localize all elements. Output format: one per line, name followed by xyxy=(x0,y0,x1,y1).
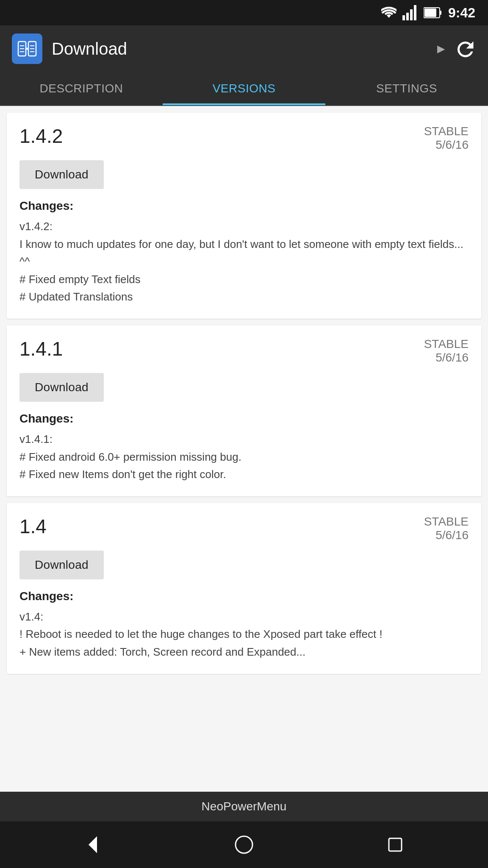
tabs-bar: Description Versions Settings xyxy=(0,72,488,106)
status-icons: 9:42 xyxy=(381,5,475,21)
version-date-141: 5/6/16 xyxy=(424,351,469,364)
download-button-141[interactable]: Download xyxy=(19,373,104,402)
svg-rect-6 xyxy=(440,11,441,15)
version-header-141: 1.4.1 STABLE 5/6/16 xyxy=(19,337,469,364)
svg-point-16 xyxy=(236,836,252,853)
version-card-14: 1.4 STABLE 5/6/16 Download Changes: v1.4… xyxy=(7,503,481,674)
battery-icon xyxy=(424,7,442,19)
app-icon xyxy=(12,33,42,64)
version-date-142: 5/6/16 xyxy=(424,138,469,152)
version-stable-141: STABLE xyxy=(424,337,469,351)
app-icon-svg xyxy=(17,38,38,59)
version-stable-142: STABLE xyxy=(424,125,469,138)
nav-bar xyxy=(0,821,488,868)
recents-icon xyxy=(385,834,406,855)
svg-rect-3 xyxy=(414,5,416,20)
signal-icon xyxy=(402,5,418,20)
back-button[interactable] xyxy=(76,828,110,862)
svg-rect-1 xyxy=(406,13,409,20)
wifi-icon xyxy=(381,7,396,19)
version-meta-141: STABLE 5/6/16 xyxy=(424,337,469,364)
changes-text-14: v1.4:! Reboot is needed to let the huge … xyxy=(19,608,469,661)
changes-text-142: v1.4.2:I know to much updates for one da… xyxy=(19,218,469,306)
bottom-bar-text: NeoPowerMenu xyxy=(202,800,287,813)
tab-description[interactable]: Description xyxy=(0,72,163,105)
status-time: 9:42 xyxy=(448,5,475,21)
version-header-142: 1.4.2 STABLE 5/6/16 xyxy=(19,125,469,152)
app-icon-container xyxy=(10,32,44,66)
toolbar-title: Download xyxy=(52,39,430,58)
main-content: 1.4.2 STABLE 5/6/16 Download Changes: v1… xyxy=(0,106,488,792)
changes-label-142: Changes: xyxy=(19,199,469,213)
download-button-142[interactable]: Download xyxy=(19,160,104,189)
changes-label-14: Changes: xyxy=(19,590,469,603)
toolbar: Download ▶ xyxy=(0,25,488,72)
download-button-14[interactable]: Download xyxy=(19,551,104,579)
changes-label-141: Changes: xyxy=(19,412,469,426)
refresh-icon xyxy=(455,38,476,59)
svg-rect-5 xyxy=(424,8,436,17)
refresh-button[interactable] xyxy=(452,36,478,61)
home-icon xyxy=(233,834,255,855)
version-date-14: 5/6/16 xyxy=(424,529,469,542)
version-card-141: 1.4.1 STABLE 5/6/16 Download Changes: v1… xyxy=(7,326,481,496)
version-meta-142: STABLE 5/6/16 xyxy=(424,125,469,152)
version-header-14: 1.4 STABLE 5/6/16 xyxy=(19,515,469,542)
version-meta-14: STABLE 5/6/16 xyxy=(424,515,469,542)
bottom-bar: NeoPowerMenu xyxy=(0,792,488,821)
svg-marker-15 xyxy=(89,836,97,853)
tab-settings[interactable]: Settings xyxy=(325,72,488,105)
version-number-142: 1.4.2 xyxy=(19,125,63,147)
changes-text-141: v1.4.1:# Fixed android 6.0+ permission m… xyxy=(19,431,469,484)
version-stable-14: STABLE xyxy=(424,515,469,529)
svg-rect-2 xyxy=(410,9,413,20)
recents-button[interactable] xyxy=(378,828,412,862)
back-icon xyxy=(82,834,103,855)
version-number-141: 1.4.1 xyxy=(19,337,63,360)
version-number-14: 1.4 xyxy=(19,515,47,538)
version-card-142: 1.4.2 STABLE 5/6/16 Download Changes: v1… xyxy=(7,113,481,319)
tab-versions[interactable]: Versions xyxy=(163,72,325,105)
svg-rect-17 xyxy=(389,838,402,851)
svg-rect-0 xyxy=(402,15,405,20)
home-button[interactable] xyxy=(227,828,261,862)
status-bar: 9:42 xyxy=(0,0,488,25)
dropdown-arrow-icon: ▶ xyxy=(437,43,445,55)
